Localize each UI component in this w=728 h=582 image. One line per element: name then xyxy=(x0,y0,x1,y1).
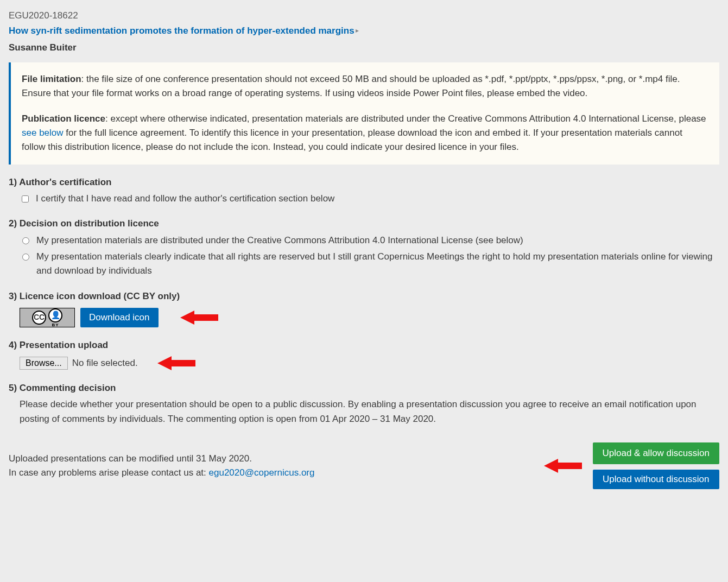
section-4-head: 4) Presentation upload xyxy=(9,338,719,352)
deadline-text: Uploaded presentations can be modified u… xyxy=(9,452,544,466)
upload-allow-discussion-button[interactable]: Upload & allow discussion xyxy=(593,442,720,464)
contact-text: In case any problems arise please contac… xyxy=(9,467,209,478)
publication-licence-text-a: : except where otherwise indicated, pres… xyxy=(105,113,706,124)
certify-label: I certify that I have read and follow th… xyxy=(36,192,334,206)
file-limitation-text: : the file size of one conference presen… xyxy=(22,74,680,98)
browse-button[interactable]: Browse... xyxy=(20,357,68,370)
cc-by-badge-icon: CC 👤 BY xyxy=(20,308,75,327)
upload-without-discussion-button[interactable]: Upload without discussion xyxy=(593,470,720,489)
licence-radio-reserved[interactable] xyxy=(22,254,29,261)
abstract-id: EGU2020-18622 xyxy=(9,9,719,23)
annotation-arrow-icon xyxy=(157,356,195,370)
annotation-arrow-icon xyxy=(180,311,218,325)
section-3-head: 3) Licence icon download (CC BY only) xyxy=(9,289,719,303)
see-below-link[interactable]: see below xyxy=(22,128,64,138)
publication-licence-label: Publication licence xyxy=(22,113,105,124)
download-icon-button[interactable]: Download icon xyxy=(80,308,159,327)
section-1-head: 1) Author's certification xyxy=(9,175,719,189)
publication-licence-text-b: for the full licence agreement. To ident… xyxy=(22,128,682,152)
info-panel: File limitation: the file size of one co… xyxy=(9,62,719,165)
annotation-arrow-icon xyxy=(544,459,582,473)
author-name: Susanne Buiter xyxy=(9,41,719,55)
abstract-title-link[interactable]: How syn-rift sedimentation promotes the … xyxy=(9,26,354,36)
licence-radio-reserved-label: My presentation materials clearly indica… xyxy=(36,250,719,279)
section-5-head: 5) Commenting decision xyxy=(9,381,719,395)
licence-radio-ccby[interactable] xyxy=(22,237,29,244)
licence-radio-ccby-label: My presentation materials are distribute… xyxy=(36,233,523,248)
certify-checkbox[interactable] xyxy=(22,195,29,203)
file-status-text: No file selected. xyxy=(72,356,138,370)
file-limitation-label: File limitation xyxy=(22,74,81,84)
chevron-right-icon: ▸ xyxy=(356,27,359,34)
contact-email-link[interactable]: egu2020@copernicus.org xyxy=(209,467,315,478)
commenting-decision-text: Please decide whether your presentation … xyxy=(20,397,719,426)
section-2-head: 2) Decision on distribution licence xyxy=(9,217,719,231)
